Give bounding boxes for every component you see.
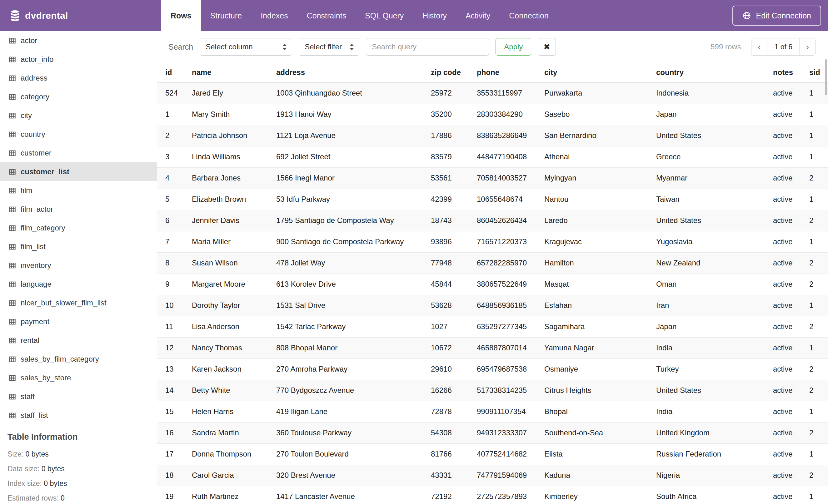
cell-name[interactable]: Margaret Moore [192,274,276,295]
cell-phone[interactable]: 716571220373 [477,231,544,252]
cell-zip-code[interactable]: 29610 [431,359,477,380]
cell-address[interactable]: 692 Joliet Street [276,146,431,167]
cell-sid[interactable]: 2 [809,422,828,444]
cell-city[interactable]: Athenai [544,146,656,167]
cell-address[interactable]: 270 Toulon Boulevard [276,444,431,465]
column-header-id[interactable]: id [157,62,192,83]
cell-name[interactable]: Carol Garcia [192,465,276,486]
cell-country[interactable]: New Zealand [656,252,773,274]
cell-name[interactable]: Sandra Martin [192,422,276,444]
cell-notes[interactable]: active [773,189,809,210]
cell-sid[interactable]: 1 [809,231,828,252]
cell-phone[interactable]: 705814003527 [477,167,544,189]
cell-notes[interactable]: active [773,401,809,422]
column-header-notes[interactable]: notes [773,62,809,83]
cell-country[interactable]: Oman [656,274,773,295]
cell-phone[interactable]: 448477190408 [477,146,544,167]
cell-zip-code[interactable]: 17886 [431,125,477,146]
table-row[interactable]: 2Patricia Johnson1121 Loja Avenue1788683… [157,125,828,146]
cell-id[interactable]: 19 [157,486,192,504]
cell-phone[interactable]: 838635286649 [477,125,544,146]
cell-name[interactable]: Lisa Anderson [192,316,276,337]
cell-city[interactable]: Purwakarta [544,83,656,104]
cell-zip-code[interactable]: 10672 [431,337,477,359]
column-header-zip-code[interactable]: zip code [431,62,477,83]
cell-name[interactable]: Elizabeth Brown [192,189,276,210]
cell-notes[interactable]: active [773,274,809,295]
cell-id[interactable]: 14 [157,380,192,401]
cell-sid[interactable]: 1 [809,337,828,359]
table-row[interactable]: 1Mary Smith1913 Hanoi Way352002830338429… [157,104,828,125]
cell-notes[interactable]: active [773,252,809,274]
cell-address[interactable]: 1913 Hanoi Way [276,104,431,125]
cell-city[interactable]: Kaduna [544,465,656,486]
cell-sid[interactable]: 2 [809,210,828,231]
cell-country[interactable]: Russian Federation [656,444,773,465]
cell-address[interactable]: 478 Joliet Way [276,252,431,274]
cell-id[interactable]: 15 [157,401,192,422]
table-row[interactable]: 5Elizabeth Brown53 Idfu Parkway423991065… [157,189,828,210]
table-row[interactable]: 6Jennifer Davis1795 Santiago de Composte… [157,210,828,231]
cell-city[interactable]: Sasebo [544,104,656,125]
table-row[interactable]: 13Karen Jackson270 Amroha Parkway2961069… [157,359,828,380]
tab-structure[interactable]: Structure [201,0,251,31]
cell-city[interactable]: San Bernardino [544,125,656,146]
sidebar-table-nicer-but-slower-film-list[interactable]: nicer_but_slower_film_list [0,293,157,312]
cell-zip-code[interactable]: 18743 [431,210,477,231]
cell-notes[interactable]: active [773,210,809,231]
sidebar-table-actor[interactable]: actor [0,31,157,50]
cell-notes[interactable]: active [773,295,809,316]
cell-address[interactable]: 270 Amroha Parkway [276,359,431,380]
cell-name[interactable]: Karen Jackson [192,359,276,380]
cell-name[interactable]: Patricia Johnson [192,125,276,146]
cell-city[interactable]: Esfahan [544,295,656,316]
table-row[interactable]: 14Betty White770 Bydgoszcz Avenue1626651… [157,380,828,401]
table-row[interactable]: 10Dorothy Taylor1531 Sal Drive5362864885… [157,295,828,316]
table-row[interactable]: 11Lisa Anderson1542 Tarlac Parkway102763… [157,316,828,337]
sidebar-table-customer-list[interactable]: customer_list [0,163,157,181]
cell-phone[interactable]: 272572357893 [477,486,544,504]
cell-id[interactable]: 12 [157,337,192,359]
cell-name[interactable]: Jared Ely [192,83,276,104]
cell-phone[interactable]: 990911107354 [477,401,544,422]
cell-sid[interactable]: 2 [809,465,828,486]
prev-page-button[interactable]: ‹ [751,38,767,55]
cell-country[interactable]: Turkey [656,359,773,380]
cell-city[interactable]: Laredo [544,210,656,231]
sidebar-table-film-list[interactable]: film_list [0,237,157,256]
cell-phone[interactable]: 949312333307 [477,422,544,444]
cell-address[interactable]: 613 Korolev Drive [276,274,431,295]
table-row[interactable]: 17Donna Thompson270 Toulon Boulevard8176… [157,444,828,465]
cell-address[interactable]: 1795 Santiago de Compostela Way [276,210,431,231]
sidebar-table-actor-info[interactable]: actor_info [0,50,157,69]
cell-zip-code[interactable]: 1027 [431,316,477,337]
cell-country[interactable]: Yugoslavia [656,231,773,252]
cell-id[interactable]: 5 [157,189,192,210]
cell-id[interactable]: 3 [157,146,192,167]
cell-sid[interactable]: 1 [809,125,828,146]
cell-country[interactable]: Japan [656,316,773,337]
tab-history[interactable]: History [413,0,456,31]
cell-address[interactable]: 419 Iligan Lane [276,401,431,422]
cell-address[interactable]: 808 Bhopal Manor [276,337,431,359]
cell-country[interactable]: India [656,337,773,359]
filter-select[interactable]: Select filter [299,38,359,56]
table-row[interactable]: 524Jared Ely1003 Qinhuangdao Street25972… [157,83,828,104]
cell-country[interactable]: Taiwan [656,189,773,210]
sidebar-table-rental[interactable]: rental [0,331,157,350]
cell-name[interactable]: Mary Smith [192,104,276,125]
cell-sid[interactable]: 1 [809,401,828,422]
cell-zip-code[interactable]: 83579 [431,146,477,167]
sidebar-table-film-actor[interactable]: film_actor [0,200,157,219]
sidebar-table-sales-by-store[interactable]: sales_by_store [0,368,157,387]
column-header-phone[interactable]: phone [477,62,544,83]
sidebar-table-sales-by-film-category[interactable]: sales_by_film_category [0,350,157,368]
cell-address[interactable]: 360 Toulouse Parkway [276,422,431,444]
cell-name[interactable]: Nancy Thomas [192,337,276,359]
cell-phone[interactable]: 747791594069 [477,465,544,486]
column-header-country[interactable]: country [656,62,773,83]
cell-zip-code[interactable]: 25972 [431,83,477,104]
cell-sid[interactable]: 2 [809,252,828,274]
cell-zip-code[interactable]: 43331 [431,465,477,486]
cell-notes[interactable]: active [773,359,809,380]
